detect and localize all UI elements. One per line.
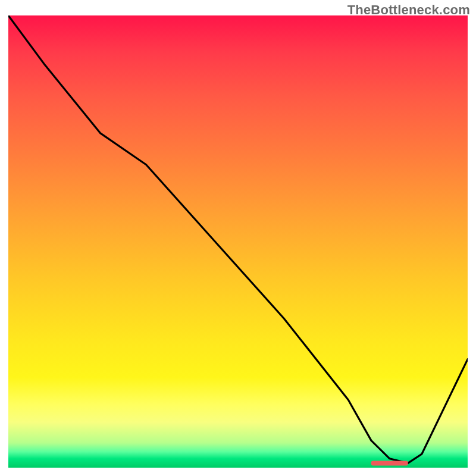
valley-marker — [371, 461, 408, 465]
chart-container: TheBottleneck.com — [0, 0, 476, 476]
plot-area — [8, 15, 468, 468]
chart-svg — [8, 15, 468, 468]
series-curve — [8, 15, 468, 463]
